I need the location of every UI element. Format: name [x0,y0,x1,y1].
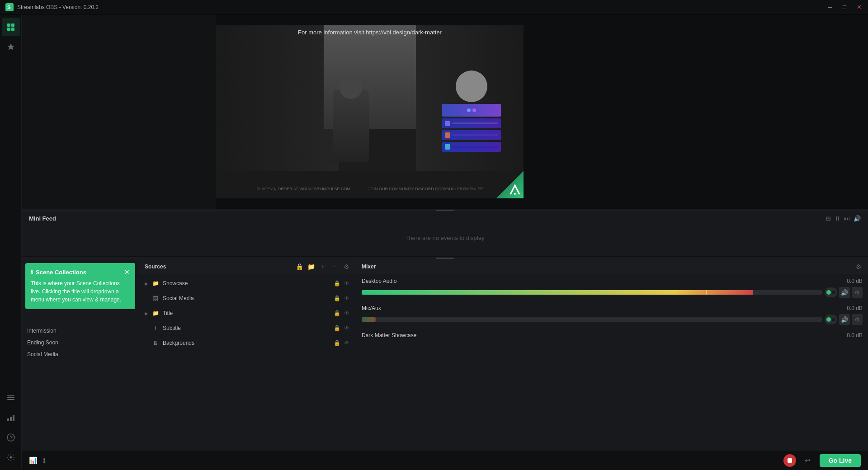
svg-rect-8 [7,399,14,400]
mixer-track-dark-matter-name: Dark Matter Showcase [362,332,416,338]
svg-rect-5 [11,28,14,31]
mixer-track-mic-header: Mic/Aux 0.0 dB [362,305,863,311]
mixer-panel-title: Mixer [362,263,376,270]
source-lock-title[interactable]: 🔒 [333,310,340,316]
sidebar-item-studio[interactable] [2,18,20,36]
mixer-mic-toggle-button[interactable] [825,315,837,324]
source-expand-showcase[interactable]: ▶ [145,281,151,286]
mixer-desktop-settings-icon[interactable]: ⚙ [852,287,863,298]
sources-panel-header: Sources 🔒 📁 + − ⚙ [139,259,356,274]
mixer-desktop-icons: 🔊 ⚙ [825,287,863,298]
mini-feed-empty-message: There are no events to display [22,224,868,251]
footer-info-icon[interactable]: ℹ [43,456,46,465]
source-eye-showcase[interactable]: 👁 [343,280,350,287]
mixer-desktop-toggle-button[interactable] [825,287,837,297]
source-lock-backgrounds[interactable]: 🔒 [333,340,340,346]
sidebar-item-settings[interactable] [2,448,20,466]
svg-rect-2 [7,24,10,27]
mini-feed-pause-icon[interactable]: ⏸ [835,215,840,222]
source-lock-social[interactable]: 🔒 [333,295,340,301]
avatar-banner [442,104,501,117]
mixer-track-mic-db: 0.0 dB [847,305,863,311]
source-eye-backgrounds[interactable]: 👁 [343,340,350,346]
source-text-icon: T [151,324,160,333]
source-eye-subtitle[interactable]: 👁 [343,325,350,331]
mini-feed-skip-icon[interactable]: ⏭ [844,215,850,222]
record-button[interactable] [783,454,796,467]
svg-rect-9 [7,418,9,421]
sidebar-item-help[interactable]: ? [2,428,20,446]
source-item-backgrounds[interactable]: 🖥 Backgrounds 🔒 👁 [139,336,356,351]
source-item-title[interactable]: ▶ 📁 Title 🔒 👁 [139,306,356,321]
mixer-panel: Mixer ⚙ Desktop Audio 0.0 dB [356,259,868,470]
source-folder-icon: 📁 [151,279,160,288]
main-layout: ? For more information visit https://vbi… [0,14,868,470]
source-display-icon: 🖥 [151,338,160,348]
titlebar-left: S Streamlabs OBS - Version: 0.20.2 [5,3,99,11]
sidebar-item-stats[interactable] [2,409,20,427]
source-actions-subtitle: 🔒 👁 [333,325,350,331]
source-item-social-media[interactable]: 🖼 Social Media 🔒 👁 [139,291,356,306]
svg-rect-7 [7,397,14,398]
source-item-subtitle[interactable]: T Subtitle 🔒 👁 [139,321,356,336]
restore-button[interactable]: ↩ [802,454,814,467]
close-button[interactable]: ✕ [855,4,863,10]
sources-remove-button[interactable]: − [330,263,339,270]
mixer-settings-icon[interactable]: ⚙ [854,263,863,270]
mixer-content: Desktop Audio 0.0 dB [356,274,868,470]
bottom-panels: ℹ Scene Collections ✕ This is where your… [22,259,868,470]
game-character [333,90,369,162]
mixer-desktop-bar-fill [362,290,753,295]
scene-item-social-media[interactable]: Social Media [22,348,139,360]
app-title: Streamlabs OBS - Version: 0.20.2 [17,4,99,10]
mixer-mic-settings-icon[interactable]: ⚙ [852,314,863,325]
tooltip-header: ℹ Scene Collections ✕ [31,268,130,276]
sources-add-button[interactable]: + [319,263,327,270]
svg-point-15 [514,193,516,195]
mixer-desktop-volume-icon[interactable]: 🔊 [839,287,850,298]
titlebar: S Streamlabs OBS - Version: 0.20.2 ─ □ ✕ [0,0,868,14]
maximize-button[interactable]: □ [841,4,848,10]
mixer-track-desktop-name: Desktop Audio [362,278,396,284]
avatar-overlay [442,70,501,152]
source-expand-title[interactable]: ▶ [145,311,151,316]
sources-lock-icon[interactable]: 🔒 [295,263,303,270]
mixer-mic-icons: 🔊 ⚙ [825,314,863,325]
tooltip-close-button[interactable]: ✕ [124,268,130,276]
source-actions-backgrounds: 🔒 👁 [333,340,350,346]
mixer-mic-bar-container: 🔊 ⚙ [362,314,863,325]
sources-settings-icon[interactable]: ⚙ [342,263,350,270]
mixer-mic-bar-fill [362,317,376,322]
record-indicator [788,458,792,463]
svg-rect-6 [7,395,14,396]
avatar-bar-1 [442,118,501,128]
mini-feed-volume-icon[interactable]: 🔊 [854,215,861,222]
sidebar-item-themes[interactable] [2,38,20,56]
scene-item-ending-soon[interactable]: Ending Soon [22,337,139,348]
sources-folder-icon[interactable]: 📁 [307,263,315,270]
minimize-button[interactable]: ─ [826,4,834,10]
footer-stats-icon[interactable]: 📊 [29,456,38,465]
tooltip-text: This is where your Scene Collections liv… [31,279,130,304]
sidebar-item-scenes[interactable] [2,389,20,407]
mini-feed-filter-icon[interactable]: ⊟ [826,215,831,222]
mixer-track-dark-matter-header: Dark Matter Showcase 0.0 dB [362,332,863,338]
source-item-showcase[interactable]: ▶ 📁 Showcase 🔒 👁 [139,276,356,291]
source-lock-showcase[interactable]: 🔒 [333,280,340,287]
source-name-subtitle: Subtitle [163,325,333,331]
preview-area: For more information visit https://vbi.d… [22,14,868,209]
source-eye-title[interactable]: 👁 [343,310,350,316]
source-lock-subtitle[interactable]: 🔒 [333,325,340,331]
mixer-mic-volume-icon[interactable]: 🔊 [839,314,850,325]
mini-feed-title: Mini Feed [29,215,56,222]
titlebar-controls: ─ □ ✕ [826,4,863,10]
footer-bar: 📊 ℹ ↩ Go Live [22,450,868,470]
svg-rect-3 [11,24,14,27]
mixer-desktop-bar-marker [706,290,707,295]
scene-item-intermission[interactable]: Intermission [22,325,139,337]
go-live-button[interactable]: Go Live [820,454,861,467]
mixer-desktop-bar-marker2 [752,290,753,295]
source-eye-social[interactable]: 👁 [343,295,350,301]
app-logo: S [5,3,14,11]
mixer-track-mic-name: Mic/Aux [362,305,381,311]
